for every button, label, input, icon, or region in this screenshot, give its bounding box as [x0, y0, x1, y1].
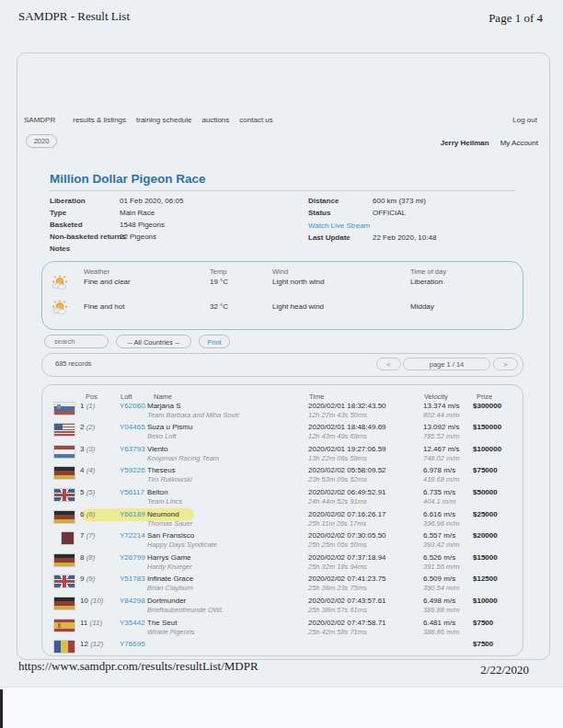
sun-cloud-icon	[50, 275, 70, 290]
name-cell: San FransiscoHappy Days Syndicate	[147, 531, 305, 549]
loft-link[interactable]: Y35442	[120, 619, 145, 627]
time-cell	[308, 640, 420, 641]
weather-temp: 32 °C	[210, 302, 228, 311]
prize-amount: $12500	[473, 574, 498, 583]
prize-amount: $100000	[473, 445, 501, 453]
loft-link[interactable]: Y51783	[120, 574, 145, 583]
time-of-day-col-header: Time of day	[410, 267, 446, 276]
loft-link[interactable]: Y63793	[120, 445, 145, 453]
table-row: 3 (3) Y63793 VientoKoopman Racing Team 2…	[42, 445, 523, 467]
table-row: 1 (1) Y62060 Marjana STeam Barbara and M…	[42, 402, 523, 424]
germany-flag-icon	[54, 467, 75, 479]
logout-link[interactable]: Log out	[512, 116, 537, 124]
name-cell: TheseusTim Rutkowski	[147, 466, 305, 483]
info-value-distance: 600 km (373 mi)	[373, 197, 426, 205]
weather-time-of-day: Liberation	[410, 278, 442, 286]
name-cell: BeltonTeam Lincs	[147, 488, 305, 506]
weather-col-header: Weather	[84, 267, 109, 276]
loft-link[interactable]: Y62060	[120, 402, 145, 410]
loft-link[interactable]: Y66189	[120, 510, 145, 518]
print-button[interactable]: Print	[199, 335, 230, 348]
weather-wind: Light north wind	[272, 278, 324, 286]
table-row: 6 (6) Y66189 NeumondThomas Sauer 2020/02…	[42, 510, 523, 532]
nav-item-training-schedule[interactable]: training schedule	[136, 116, 191, 124]
prize-amount: $15000	[473, 553, 498, 562]
time-cell: 2020/02/02 07:43:57.6125h 38m 57s 61ms	[308, 597, 420, 614]
loft-link[interactable]: Y84298	[120, 597, 145, 605]
info-value-liberation: 01 Feb 2020, 06:05	[120, 197, 183, 205]
name-cell: DortmunderBrieftaubenfreunde OWL	[147, 597, 305, 614]
slovenia-flag-icon	[54, 403, 75, 415]
position-cell: 10 (10)	[80, 597, 121, 605]
prize-amount: $50000	[473, 488, 498, 496]
prize-amount: $7500	[473, 640, 493, 648]
prize-amount: $20000	[473, 531, 498, 540]
title-divider	[50, 190, 515, 191]
account-area: Jerry HeilmanMy Account	[441, 139, 538, 147]
info-label-type: Type	[50, 209, 66, 217]
info-label-last-update: Last Update	[308, 233, 350, 242]
nav-item-auctions[interactable]: auctions	[202, 116, 230, 124]
prize-amount: $7500	[473, 619, 493, 627]
page-indicator: page 1 / 14	[403, 358, 490, 370]
year-selector[interactable]: 2020	[26, 134, 57, 148]
weather-panel: Weather Temp Wind Time of day Fine and c…	[41, 261, 523, 330]
prev-page-button[interactable]: <	[376, 358, 401, 370]
name-cell: Marjana STeam Barbara and Miha Sovic	[147, 402, 305, 419]
prize-amount: $25000	[473, 510, 498, 518]
loft-link[interactable]: Y04465	[120, 423, 145, 431]
time-cell: 2020/02/02 07:47:58.7125h 42m 58s 71ms	[308, 619, 420, 636]
usa-flag-icon	[54, 424, 75, 436]
wind-col-header: Wind	[272, 267, 288, 276]
scan-artifact	[0, 689, 3, 728]
time-cell: 2020/02/02 07:30:05.5025h 25m 05s 50ms	[308, 531, 420, 549]
prize-amount: $10000	[473, 597, 498, 605]
position-cell: 6 (6)	[80, 510, 121, 518]
table-row: 8 (8) Y26799 Harrys GameHardy Krueger 20…	[42, 553, 523, 575]
prize-amount: $75000	[473, 466, 498, 474]
watch-live-stream-link[interactable]: Watch Live Stream	[308, 222, 370, 230]
loft-link[interactable]: Y56117	[120, 488, 144, 496]
page-title: Million Dollar Pigeon Race	[50, 172, 206, 186]
position-cell: 4 (4)	[80, 466, 121, 474]
spain-flag-icon	[54, 620, 75, 631]
record-count: 685 records	[55, 359, 92, 368]
table-row: 2 (2) Y04465 Suza u PismuBeko Loft 2020/…	[42, 423, 523, 445]
position-cell: 3 (3)	[80, 445, 121, 453]
germany-flag-icon	[54, 597, 75, 609]
nav-item-results-listings[interactable]: results & listings	[73, 116, 126, 124]
weather-temp: 19 °C	[210, 278, 228, 286]
nav-brand[interactable]: SAMDPR	[24, 116, 55, 124]
scan-paper-edge	[0, 687, 563, 728]
table-row: 7 (7) Y72214 San FransiscoHappy Days Syn…	[42, 531, 523, 553]
loft-link[interactable]: Y72214	[120, 531, 145, 540]
table-row: 4 (4) Y59226 TheseusTim Rutkowski 2020/0…	[42, 466, 523, 488]
position-cell: 5 (5)	[80, 488, 121, 496]
table-row: 11 (11) Y35442 The SeutWinkie Pigeons 20…	[42, 619, 523, 641]
loft-link[interactable]: Y26799	[120, 553, 145, 562]
my-account-link[interactable]: My Account	[500, 139, 538, 147]
position-cell: 7 (7)	[80, 531, 121, 540]
search-input[interactable]	[44, 335, 109, 348]
weather-condition: Fine and hot	[84, 302, 124, 311]
name-cell: Infinate GraceBrian Clayburn	[147, 574, 305, 592]
nav-item-contact-us[interactable]: contact us	[239, 116, 272, 124]
status-value: OFFICIAL	[373, 209, 406, 217]
user-name: Jerry Heilman	[441, 139, 489, 147]
time-cell: 2020/02/01 18:32:43.5012h 27m 43s 50ms	[308, 402, 420, 419]
main-nav: SAMDPR results & listings training sched…	[24, 116, 273, 124]
time-cell: 2020/02/02 05:58:09.5223h 53m 09s 52ms	[308, 466, 420, 483]
results-rows: 1 (1) Y62060 Marjana STeam Barbara and M…	[42, 385, 523, 655]
name-cell: Harrys GameHardy Krueger	[147, 553, 305, 571]
info-label-liberation: Liberation	[50, 197, 86, 205]
prize-amount: $300000	[473, 402, 501, 410]
germany-flag-icon	[54, 511, 75, 523]
next-page-button[interactable]: >	[493, 358, 518, 370]
loft-link[interactable]: Y76695	[120, 640, 145, 648]
time-cell: 2020/02/02 06:49:52.9124h 44m 52s 91ms	[308, 488, 420, 506]
position-cell: 11 (11)	[80, 619, 121, 627]
loft-link[interactable]: Y59226	[120, 466, 145, 474]
romania-flag-icon	[54, 641, 75, 653]
country-filter-dropdown[interactable]: -- All Countries --	[116, 335, 191, 348]
print-header-title: SAMDPR - Result List	[18, 9, 130, 24]
